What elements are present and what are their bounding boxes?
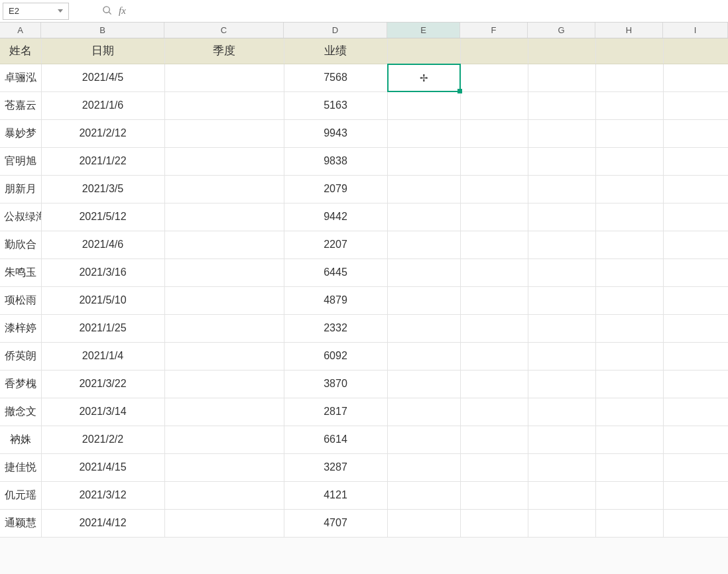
cell[interactable] (387, 231, 460, 258)
search-icon[interactable] (102, 5, 112, 17)
cell[interactable] (164, 286, 284, 314)
cell[interactable] (164, 203, 284, 231)
cell[interactable] (528, 342, 595, 370)
cell[interactable] (595, 509, 663, 537)
cell[interactable]: 5163 (284, 91, 387, 119)
cell[interactable]: 2021/3/12 (41, 481, 164, 509)
cell[interactable] (663, 314, 728, 342)
cell[interactable] (164, 509, 284, 537)
cell[interactable] (164, 258, 284, 286)
cell[interactable] (387, 119, 460, 147)
header-cell[interactable]: 日期 (41, 38, 164, 64)
cell[interactable] (460, 64, 528, 91)
cell[interactable] (663, 481, 728, 509)
cell[interactable] (528, 398, 595, 426)
column-header-b[interactable]: B (41, 23, 164, 38)
cell[interactable] (528, 509, 595, 537)
cell[interactable] (164, 231, 284, 258)
cell[interactable] (460, 453, 528, 481)
cell[interactable]: 公叔绿海 (0, 203, 41, 231)
cell[interactable] (387, 426, 460, 453)
cell[interactable] (460, 509, 528, 537)
column-header-c[interactable]: C (164, 23, 284, 38)
header-cell[interactable] (595, 38, 663, 64)
cell[interactable] (663, 258, 728, 286)
cell[interactable] (164, 119, 284, 147)
cell[interactable]: 项松雨 (0, 286, 41, 314)
cell[interactable] (387, 370, 460, 398)
cell[interactable] (528, 314, 595, 342)
cell[interactable] (595, 203, 663, 231)
cell[interactable]: 2021/1/22 (41, 147, 164, 175)
cell[interactable]: 2021/3/22 (41, 370, 164, 398)
cell[interactable]: 9442 (284, 203, 387, 231)
cell[interactable] (387, 175, 460, 203)
cell[interactable]: 捷佳悦 (0, 453, 41, 481)
cell[interactable] (663, 119, 728, 147)
cell[interactable]: 6614 (284, 426, 387, 453)
cell[interactable]: 暴妙梦 (0, 119, 41, 147)
cell[interactable]: 2021/4/5 (41, 64, 164, 91)
cell[interactable] (460, 231, 528, 258)
cell[interactable] (387, 481, 460, 509)
cell[interactable] (528, 481, 595, 509)
cell[interactable] (663, 286, 728, 314)
header-cell[interactable] (387, 38, 460, 64)
header-cell[interactable]: 姓名 (0, 38, 41, 64)
cell[interactable] (164, 91, 284, 119)
cell[interactable] (164, 370, 284, 398)
cell[interactable]: 2021/5/12 (41, 203, 164, 231)
cell[interactable] (663, 426, 728, 453)
cell[interactable] (663, 453, 728, 481)
sheet-table[interactable]: 姓名日期季度业绩卓骊泓2021/4/57568苍嘉云2021/1/65163暴妙… (0, 38, 728, 538)
cell[interactable]: 仉元瑶 (0, 481, 41, 509)
cell[interactable]: 2021/4/15 (41, 453, 164, 481)
cell[interactable]: 2332 (284, 314, 387, 342)
cell[interactable] (460, 286, 528, 314)
cell[interactable] (460, 91, 528, 119)
cell[interactable] (460, 314, 528, 342)
cell[interactable] (387, 314, 460, 342)
cell[interactable]: 2021/3/5 (41, 175, 164, 203)
cell[interactable] (387, 342, 460, 370)
cell[interactable]: 6092 (284, 342, 387, 370)
chevron-down-icon[interactable] (58, 9, 63, 13)
cell[interactable]: 2021/1/4 (41, 342, 164, 370)
cell[interactable] (595, 175, 663, 203)
cell[interactable]: 卓骊泓 (0, 64, 41, 91)
cell[interactable] (595, 370, 663, 398)
formula-input[interactable] (133, 0, 728, 22)
cell[interactable] (164, 64, 284, 91)
cell[interactable] (164, 342, 284, 370)
cell[interactable] (663, 509, 728, 537)
column-header-i[interactable]: I (663, 23, 728, 38)
cell[interactable]: 9943 (284, 119, 387, 147)
cell[interactable]: 官明旭 (0, 147, 41, 175)
cell[interactable] (663, 147, 728, 175)
header-cell[interactable] (460, 38, 528, 64)
cell[interactable] (595, 314, 663, 342)
header-cell[interactable]: 季度 (164, 38, 284, 64)
cell[interactable]: 2021/5/10 (41, 286, 164, 314)
cell[interactable]: 苍嘉云 (0, 91, 41, 119)
cell[interactable] (528, 203, 595, 231)
cell[interactable] (460, 175, 528, 203)
cell[interactable] (460, 398, 528, 426)
cell[interactable] (387, 147, 460, 175)
cell[interactable] (528, 286, 595, 314)
cell[interactable] (595, 342, 663, 370)
cell[interactable] (663, 91, 728, 119)
cell[interactable] (387, 203, 460, 231)
cell[interactable] (387, 453, 460, 481)
cell[interactable]: 6445 (284, 258, 387, 286)
header-cell[interactable] (528, 38, 595, 64)
cell[interactable] (387, 258, 460, 286)
cell[interactable] (528, 453, 595, 481)
cell[interactable] (460, 481, 528, 509)
column-header-f[interactable]: F (460, 23, 528, 38)
cell[interactable] (595, 91, 663, 119)
cell[interactable]: 2021/3/16 (41, 258, 164, 286)
cell[interactable]: 2207 (284, 231, 387, 258)
cell[interactable] (164, 398, 284, 426)
cell[interactable] (164, 314, 284, 342)
